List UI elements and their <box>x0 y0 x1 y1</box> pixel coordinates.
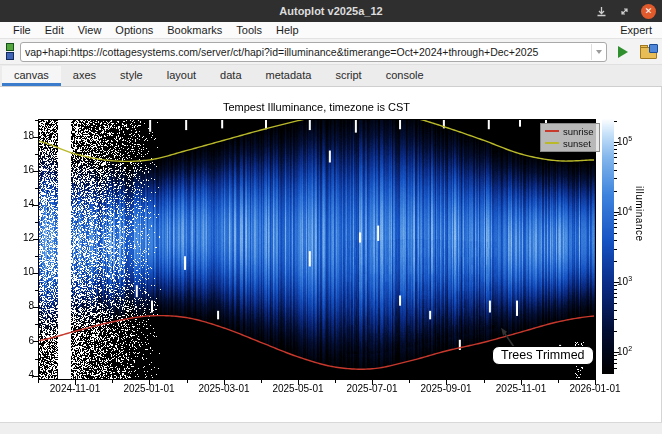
inspect-folder-button[interactable] <box>638 42 658 62</box>
menu-file[interactable]: File <box>6 24 38 36</box>
download-icon[interactable] <box>595 5 608 18</box>
menu-tools[interactable]: Tools <box>229 24 269 36</box>
x-tick-7: 2026-01-01 <box>550 383 640 394</box>
window-title: Autoplot v2025a_12 <box>0 5 662 17</box>
tab-script[interactable]: script <box>323 66 373 86</box>
legend-entry-sunrise: sunrise <box>545 125 594 137</box>
cb-tick-1e5: 105 <box>617 135 632 147</box>
address-row <box>0 39 662 65</box>
go-play-button[interactable] <box>613 42 633 62</box>
legend[interactable]: sunrise sunset <box>540 123 600 152</box>
y-tick-10: 10 <box>10 266 34 277</box>
tab-canvas[interactable]: canvas <box>2 66 61 86</box>
trees-trimmed-annotation[interactable]: Trees Trimmed <box>492 346 594 365</box>
tab-bar: canvas axes style layout data metadata s… <box>0 65 662 87</box>
plot-area: Tempest Illuminance, timezone is CST 18 … <box>0 87 662 422</box>
expand-icon[interactable] <box>618 5 631 18</box>
menu-bookmarks[interactable]: Bookmarks <box>160 24 229 36</box>
y-tick-6: 6 <box>10 335 34 346</box>
y-tick-8: 8 <box>10 300 34 311</box>
uri-input[interactable] <box>21 46 591 58</box>
uri-dropdown-chevron-icon[interactable] <box>591 44 606 60</box>
tab-metadata[interactable]: metadata <box>254 66 324 86</box>
tab-data[interactable]: data <box>208 66 253 86</box>
tab-layout[interactable]: layout <box>155 66 208 86</box>
menu-options[interactable]: Options <box>108 24 160 36</box>
sunset-line-swatch <box>545 142 559 144</box>
status-bar <box>0 422 662 434</box>
cb-tick-1e3: 103 <box>617 275 632 287</box>
tab-console[interactable]: console <box>374 66 436 86</box>
y-tick-14: 14 <box>10 198 34 209</box>
datasource-icon <box>6 43 16 60</box>
close-button[interactable]: ✕ <box>641 4 656 19</box>
menu-help[interactable]: Help <box>269 24 306 36</box>
title-bar[interactable]: Autoplot v2025a_12 ✕ <box>0 0 662 22</box>
expert-mode-label[interactable]: Expert <box>620 24 656 36</box>
menu-view[interactable]: View <box>71 24 109 36</box>
y-tick-12: 12 <box>10 232 34 243</box>
sunrise-line-swatch <box>545 130 559 132</box>
tab-axes[interactable]: axes <box>61 66 108 86</box>
autoplot-window: Autoplot v2025a_12 ✕ File Edit View Opti… <box>0 0 662 434</box>
menu-bar: File Edit View Options Bookmarks Tools H… <box>0 22 662 39</box>
cb-tick-1e2: 102 <box>617 345 632 357</box>
cb-tick-1e4: 104 <box>617 205 632 217</box>
y-tick-4: 4 <box>10 369 34 380</box>
y-tick-16: 16 <box>10 164 34 175</box>
menu-edit[interactable]: Edit <box>38 24 71 36</box>
tab-style[interactable]: style <box>108 66 155 86</box>
legend-entry-sunset: sunset <box>545 137 594 149</box>
y-tick-18: 18 <box>10 130 34 141</box>
plot-title: Tempest Illuminance, timezone is CST <box>38 101 595 113</box>
colorbar-axis-label: illuminance <box>634 186 645 242</box>
